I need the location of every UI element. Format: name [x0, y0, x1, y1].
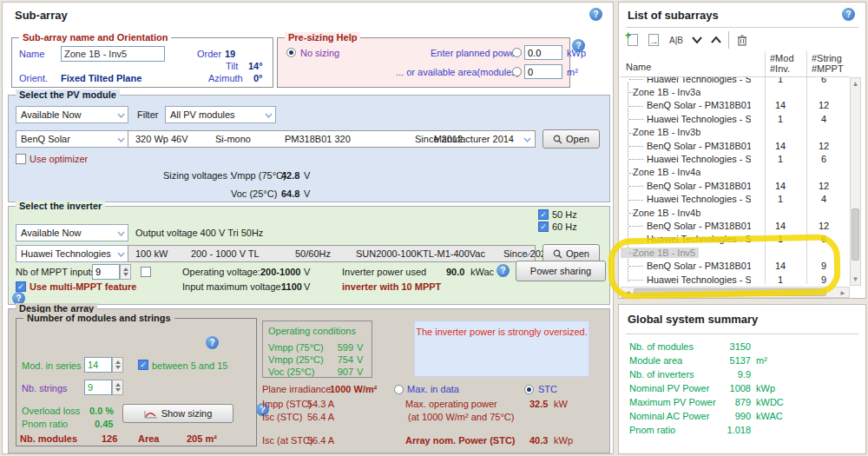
pv-filter-value: All PV modules [170, 109, 235, 120]
subarray-row-string: 6 [813, 77, 834, 84]
vertical-scrollbar[interactable]: ▲ ▼ [850, 77, 861, 286]
multi-mppt-checkbox[interactable]: ✓ [16, 281, 26, 292]
help-icon[interactable]: ? [206, 336, 219, 349]
nb-strings-stepper[interactable] [112, 380, 123, 395]
subarray-row[interactable]: Huawei Technologies - SUN2...14 [621, 193, 850, 206]
subarray-row-mod: 1 [770, 154, 791, 164]
subarray-row[interactable]: Zone 1B - Inv3a [621, 85, 850, 98]
irradiance-label: Plane irradiance [262, 384, 332, 395]
delete-subarray-button[interactable] [733, 32, 751, 48]
subarray-row[interactable]: BenQ Solar - PM318B01_3201412 [621, 139, 850, 152]
chevron-down-icon [523, 252, 531, 257]
array-area-value: 205 m² [187, 433, 217, 445]
subarray-row[interactable]: BenQ Solar - PM318B01_3201412 [621, 219, 850, 232]
inverter-availability-select[interactable]: Available Now [16, 224, 128, 241]
subarray-list-title: List of subarrays [628, 10, 719, 21]
subarray-row[interactable]: Huawei Technologies - SUN2...14 [621, 112, 850, 125]
add-subarray-button[interactable]: + [624, 32, 641, 48]
irradiance-value: 1000 W/m² [330, 384, 377, 395]
inv-spec-model: SUN2000-100KTL-M1-400Vac [356, 248, 485, 260]
area-radio[interactable] [512, 67, 522, 76]
scroll-up-arrow[interactable]: ▲ [851, 79, 860, 89]
pv-open-button[interactable]: Open [542, 129, 600, 149]
subarray-row[interactable]: Huawei Technologies - SUN2...16 [621, 77, 850, 85]
subarray-row-name: Huawei Technologies - SUN2... [621, 77, 751, 84]
planned-power-radio[interactable] [512, 48, 522, 57]
inverter-manufacturer-value: Huawei Technologies [21, 248, 111, 259]
subarray-row[interactable]: BenQ Solar - PM318B01_3201412 [621, 99, 850, 112]
array-power-unit: kWp [554, 435, 573, 446]
subarray-row[interactable]: Zone 1B - Inv4b [621, 206, 850, 219]
mod-series-stepper[interactable] [112, 357, 123, 373]
chevron-down-icon [117, 113, 125, 118]
isc-value: 56.4 A [307, 412, 334, 423]
magnifier-icon [553, 249, 562, 259]
subarray-row[interactable]: Huawei Technologies - SUN2...16 [621, 152, 850, 165]
operating-conditions-title: Operating conditions [268, 326, 356, 337]
output-voltage-text: Output voltage 400 V Tri 50Hz [135, 228, 263, 239]
subarray-row-mod: 14 [770, 181, 791, 191]
array-power-label: Array nom. Power (STC) [405, 435, 516, 446]
summary-row: Module area5137m² [619, 355, 865, 369]
duplicate-subarray-button[interactable]: → [645, 32, 662, 48]
use-optimizer-checkbox[interactable] [16, 154, 26, 164]
subarray-row-name: BenQ Solar - PM318B01_320 [621, 141, 751, 151]
operating-condition-row: Vmpp (25°C)754V [263, 354, 372, 367]
mod-series-field[interactable] [84, 357, 112, 373]
rename-subarray-button[interactable]: A|B [667, 32, 685, 48]
subarray-row-name: Zone 1B - Inv3b [621, 127, 700, 137]
subarray-row[interactable]: BenQ Solar - PM318B01_3201412 [621, 179, 850, 192]
scroll-down-arrow[interactable]: ▼ [851, 274, 860, 284]
max-power-label: Max. operating power [405, 399, 497, 410]
chevron-up-icon [711, 36, 721, 43]
isc-at-stc-value: 56.4 A [307, 435, 334, 446]
column-header-inv[interactable]: #Inv. [770, 63, 790, 75]
pv-filter-select[interactable]: All PV modules [165, 106, 276, 123]
scroll-right-arrow[interactable]: ► [838, 287, 847, 299]
move-up-button[interactable] [707, 32, 725, 48]
help-icon[interactable]: ? [589, 8, 602, 21]
pv-spec-source: Manufacturer 2014 [434, 134, 514, 145]
planned-power-input[interactable] [524, 45, 562, 60]
subarray-panel: Sub-array ? Sub-array name and Orientati… [2, 2, 614, 454]
subarray-row-string: 12 [813, 100, 834, 110]
help-icon[interactable]: ? [842, 8, 855, 21]
column-header-mppt[interactable]: #MPPT [812, 63, 844, 75]
mppt-option-checkbox[interactable] [141, 267, 151, 277]
subarray-row-mod: 1 [770, 77, 791, 84]
move-down-button[interactable] [688, 32, 706, 48]
nb-strings-field[interactable] [84, 380, 112, 395]
show-sizing-button[interactable]: Show sizing [122, 404, 233, 423]
between-checkbox[interactable]: ✓ [138, 360, 148, 370]
pv-availability-value: Available Now [21, 109, 82, 120]
summary-value: 879 [673, 397, 751, 407]
summary-unit: kWp [756, 383, 775, 393]
mppt-inputs-field[interactable] [92, 264, 120, 280]
max-in-data-radio[interactable] [394, 385, 404, 394]
freq-50hz-checkbox[interactable]: ✓ [538, 209, 549, 220]
chevron-down-icon [117, 252, 125, 257]
subarray-row[interactable]: Zone 1B - Inv3b [621, 126, 850, 139]
pv-manufacturer-select[interactable]: BenQ Solar [16, 130, 128, 148]
subarray-name-input[interactable] [61, 46, 165, 62]
power-sharing-label: Power sharing [530, 266, 591, 276]
stc-radio[interactable] [524, 385, 534, 394]
oc-value: 754 [315, 354, 353, 365]
inverter-manufacturer-select[interactable]: Huawei Technologies [16, 245, 128, 262]
subarray-row-name: Huawei Technologies - SUN2... [621, 154, 751, 164]
no-sizing-radio[interactable] [286, 48, 296, 57]
column-header-name[interactable]: Name [626, 62, 651, 73]
inverter-combobox[interactable]: 100 kW 200 - 1000 V TL 50/60Hz SUN2000-1… [128, 245, 536, 262]
help-icon[interactable]: ? [572, 39, 585, 52]
mppt-stepper[interactable] [120, 264, 131, 280]
pv-availability-select[interactable]: Available Now [16, 106, 128, 123]
area-input[interactable] [524, 64, 562, 79]
operating-voltage-value: 200-1000 [260, 267, 301, 278]
help-icon[interactable]: ? [496, 264, 510, 277]
power-sharing-button[interactable]: Power sharing [516, 261, 606, 281]
order-value: 19 [225, 49, 235, 60]
subarray-row[interactable]: Zone 1B - Inv4a [621, 166, 850, 179]
vertical-scroll-thumb[interactable] [852, 208, 859, 261]
pv-module-combobox[interactable]: 320 Wp 46V Si-mono PM318B01 320 Since 20… [128, 130, 536, 148]
freq-60hz-checkbox[interactable]: ✓ [538, 221, 549, 232]
